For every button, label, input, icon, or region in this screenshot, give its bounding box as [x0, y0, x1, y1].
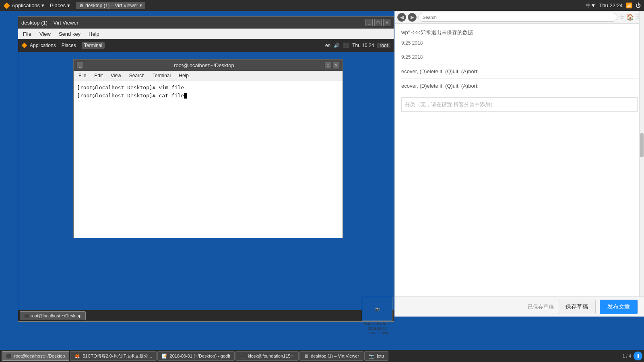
- vm-terminal-label[interactable]: Terminal: [82, 42, 105, 49]
- system-bar-left: 🔶 Applications ▾ Places ▾ 🖥 desktop (1) …: [3, 2, 145, 9]
- vm-display-icon: ⬛: [343, 43, 349, 48]
- taskbar-item-blog[interactable]: 🦊 51CTO博客2.0-原创IT技术文章分...: [70, 351, 156, 361]
- places-label: Places: [50, 2, 66, 8]
- rp-text-1: wp" <<<异常退出未保存的数据: [401, 29, 638, 37]
- terminal-menu-file[interactable]: File: [75, 72, 89, 79]
- vm-taskbar-terminal[interactable]: ⬛ root@localhost:~/Desktop: [20, 311, 86, 320]
- screenshot-label: Screenshot from2018-08-0206:47:05.png: [361, 322, 394, 336]
- rp-footer: 已保存草稿 保存草稿 发布文章: [395, 296, 644, 317]
- virt-menubar: File View Send key Help: [18, 29, 394, 39]
- rp-timestamp-2: 9:25 2018: [401, 54, 638, 60]
- vm-user: root: [377, 43, 390, 48]
- virt-viewer-icon: 🖥: [79, 3, 84, 8]
- vm-taskbar-terminal-icon: ⬛: [24, 314, 29, 318]
- clock: Thu 22:24: [599, 2, 623, 8]
- virt-maximize-btn[interactable]: □: [374, 19, 382, 26]
- terminal-close-btn[interactable]: ✕: [333, 62, 339, 68]
- virt-menu-sendkey[interactable]: Send key: [56, 30, 84, 38]
- terminal-minimize-btn[interactable]: _: [77, 62, 83, 68]
- terminal-titlebar: _ root@localhost:~/Desktop □ ✕: [74, 60, 343, 71]
- back-btn[interactable]: ◀: [397, 13, 406, 22]
- screenshot-thumbnail-area: 📷 Screenshot from2018-08-0206:47:05.png: [361, 297, 394, 336]
- vm-lang: en: [325, 43, 330, 48]
- taskbar-page-indicator: 1 / 4: [623, 354, 631, 358]
- thumb-img: 📷: [375, 307, 380, 311]
- applications-menu[interactable]: 🔶 Applications ▾: [3, 2, 44, 9]
- terminal-line-2: [root@localhost Desktop]# cat file: [77, 92, 339, 100]
- taskbar-jetu-label: jetu: [377, 354, 384, 358]
- rp-scrollbar-thumb[interactable]: [640, 133, 644, 157]
- vm-topbar-right: en 🔊 ⬛ Thu 10:24 root: [325, 43, 390, 48]
- taskbar-gedit-label: 2018-08-01 (~/Desktop) - gedit: [170, 354, 230, 358]
- terminal-menu-help[interactable]: Help: [175, 72, 192, 79]
- terminal-menu-search[interactable]: Search: [126, 72, 148, 79]
- vm-apps-label[interactable]: Applications: [30, 43, 56, 48]
- draft-saved-status: 已保存草稿: [528, 303, 554, 311]
- vm-places-label[interactable]: Places: [62, 43, 76, 48]
- terminal-controls-right: □ ✕: [325, 62, 339, 68]
- rp-scrollbar[interactable]: [639, 11, 644, 317]
- terminal-title: root@localhost:~/Desktop: [83, 62, 325, 68]
- taskbar-item-kiosk[interactable]: ⬛ kiosk@foundation115:~: [235, 351, 299, 361]
- terminal-controls-left: _: [77, 62, 83, 68]
- system-bar: 🔶 Applications ▾ Places ▾ 🖥 desktop (1) …: [0, 0, 644, 11]
- taskbar-info-btn[interactable]: ℹ: [634, 352, 642, 360]
- terminal-cursor: [184, 93, 187, 99]
- power-icon[interactable]: ⏻: [636, 2, 641, 8]
- desktop: home Trash file 1: [0, 11, 644, 362]
- taskbar-item-gedit[interactable]: 📝 2018-08-01 (~/Desktop) - gedit: [157, 351, 235, 361]
- taskbar-jetu-icon: 📷: [369, 354, 374, 359]
- taskbar-item-virt[interactable]: 🖥 desktop (1) – Virt Viewer: [299, 351, 363, 361]
- taskbar-firefox-icon: 🦊: [74, 354, 80, 359]
- taskbar-terminal-icon: ⬛: [6, 354, 12, 359]
- virt-menu-help[interactable]: Help: [85, 30, 103, 38]
- save-draft-btn[interactable]: 保存草稿: [558, 300, 596, 314]
- forward-btn[interactable]: ▶: [408, 13, 417, 22]
- rp-divider-2: [401, 64, 638, 64]
- virt-menu-file[interactable]: File: [20, 30, 35, 38]
- virt-viewer-taskbar[interactable]: 🖥 desktop (1) – Virt Viewer ▾: [76, 2, 145, 9]
- taskbar-virt-icon: 🖥: [304, 354, 308, 358]
- vm-apps-icon: 🔶: [21, 43, 27, 48]
- url-bar[interactable]: Search: [418, 13, 617, 22]
- taskbar-gedit-icon: 📝: [162, 354, 167, 359]
- taskbar-blog-label: 51CTO博客2.0-原创IT技术文章分...: [83, 353, 152, 359]
- virt-viewer-label: desktop (1) – Virt Viewer: [85, 3, 138, 8]
- taskbar-terminal-label: root@localhost:~/Desktop: [14, 354, 65, 358]
- rp-divider-4: [401, 93, 638, 93]
- screenshot-thumbnail: 📷: [362, 297, 392, 321]
- terminal-menu-terminal[interactable]: Terminal: [149, 72, 174, 79]
- rp-timestamp-1: 9:25 2018: [401, 40, 638, 46]
- terminal-window: _ root@localhost:~/Desktop □ ✕ File Edit…: [73, 59, 343, 238]
- virt-minimize-btn[interactable]: _: [365, 19, 373, 26]
- rp-content: wp" <<<异常退出未保存的数据 9:25 2018 9:25 2018 ec…: [395, 24, 644, 121]
- taskbar: ⬛ root@localhost:~/Desktop 🦊 51CTO博客2.0-…: [0, 350, 644, 362]
- vm-volume-icon[interactable]: 🔊: [334, 43, 340, 48]
- terminal-menu-edit[interactable]: Edit: [91, 72, 106, 79]
- vm-taskbar-terminal-label: root@localhost:~/Desktop: [31, 313, 81, 318]
- bookmark-star-icon[interactable]: ☆: [619, 13, 625, 21]
- rp-recover-text-2: ecover, (D)elete it, (Q)uit, (A)bort:: [401, 83, 638, 89]
- terminal-menubar: File Edit View Search Terminal Help: [74, 71, 343, 80]
- applications-arrow: ▾: [41, 2, 44, 8]
- rp-divider-3: [401, 78, 638, 79]
- terminal-line-1: [root@localhost Desktop]# vim file: [77, 84, 339, 92]
- rp-navbar: ◀ ▶ Search ☆ 🏠 ☰: [395, 11, 644, 24]
- terminal-menu-view[interactable]: View: [107, 72, 124, 79]
- terminal-body[interactable]: [root@localhost Desktop]# vim file [root…: [74, 80, 343, 238]
- taskbar-kiosk-icon: ⬛: [240, 354, 246, 359]
- vm-taskbar: ⬛ root@localhost:~/Desktop 1 / 4 ℹ: [18, 310, 394, 321]
- home-nav-icon[interactable]: 🏠: [626, 13, 634, 21]
- input-method[interactable]: 中▼: [586, 2, 596, 9]
- rp-category-input[interactable]: 分类（无，请在设置-博客分类中添加）: [401, 97, 638, 112]
- publish-btn[interactable]: 发布文章: [600, 300, 638, 314]
- terminal-maximize-btn[interactable]: □: [325, 62, 331, 68]
- places-menu[interactable]: Places ▾: [50, 2, 70, 8]
- nav-arrows: ◀ ▶: [397, 13, 417, 22]
- virt-content-area: 🔶 Applications Places Terminal en 🔊 ⬛ Th…: [18, 39, 394, 321]
- virt-titlebar: desktop (1) – Virt Viewer _ □ ✕: [18, 16, 394, 29]
- virt-menu-view[interactable]: View: [36, 30, 54, 38]
- virt-close-btn[interactable]: ✕: [383, 19, 390, 26]
- taskbar-item-jetu[interactable]: 📷 jetu: [364, 351, 388, 361]
- taskbar-item-terminal[interactable]: ⬛ root@localhost:~/Desktop: [2, 351, 69, 361]
